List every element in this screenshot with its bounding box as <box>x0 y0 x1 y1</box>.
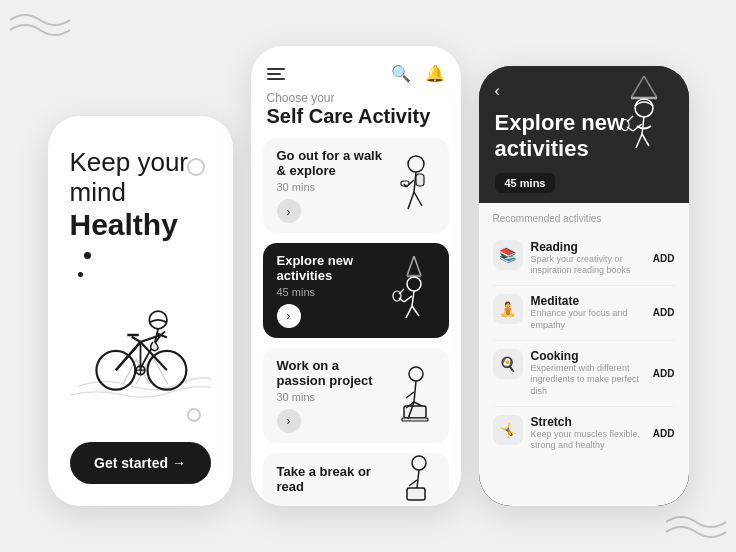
rec-name-stretch: Stretch <box>531 415 645 429</box>
svg-line-51 <box>631 76 644 98</box>
bicycle-illustration <box>70 242 211 442</box>
svg-rect-27 <box>416 174 424 186</box>
search-icon[interactable]: 🔍 <box>391 64 411 83</box>
bike-svg <box>70 262 211 422</box>
recommended-label: Recommended activities <box>493 213 675 224</box>
activity-card-break[interactable]: Take a break or read <box>263 453 449 506</box>
activity-card-walk[interactable]: Go out for a walk & explore 30 mins › <box>263 138 449 233</box>
svg-line-4 <box>115 342 140 370</box>
rec-desc-reading: Spark your creativity or inspiration rea… <box>531 254 645 277</box>
svg-point-47 <box>412 456 426 470</box>
svg-line-23 <box>414 192 422 206</box>
add-cooking-button[interactable]: ADD <box>653 368 675 379</box>
headline-line2: mind <box>70 177 126 207</box>
card-title-break: Take a break or read <box>277 464 383 495</box>
phone3-top: ‹ Explore new activities 45 mins <box>479 66 689 203</box>
activity-cards-list: Go out for a walk & explore 30 mins › <box>251 138 461 506</box>
dot3 <box>187 408 201 422</box>
phone-onboarding: Keep your mind Healthy <box>48 116 233 506</box>
svg-point-39 <box>409 367 423 381</box>
rec-desc-meditate: Enhance your focus and empathy <box>531 308 645 331</box>
rec-name-meditate: Meditate <box>531 294 645 308</box>
phone3-top-illustration <box>609 76 679 170</box>
card-illus-project <box>394 348 439 443</box>
svg-line-46 <box>406 392 414 398</box>
add-reading-button[interactable]: ADD <box>653 253 675 264</box>
card-illus-explore <box>389 243 439 338</box>
meditate-icon: 🧘 <box>493 294 523 324</box>
phones-container: Keep your mind Healthy <box>48 46 689 506</box>
headline-bold: Healthy <box>70 208 178 241</box>
svg-line-29 <box>414 256 421 276</box>
card-time-walk: 30 mins <box>277 181 383 193</box>
phone2-title-section: Choose your Self Care Activity <box>251 91 461 138</box>
card-arrow-project[interactable]: › <box>277 409 301 433</box>
rec-item-meditate: 🧘 Meditate Enhance your focus and empath… <box>493 286 675 340</box>
svg-line-56 <box>636 134 642 148</box>
dot2 <box>78 272 83 277</box>
svg-line-48 <box>417 470 419 488</box>
activity-card-project[interactable]: Work on a passion project 30 mins › <box>263 348 449 443</box>
svg-line-35 <box>404 296 412 302</box>
headline-line1: Keep your <box>70 147 189 177</box>
activity-card-explore[interactable]: Explore new activities 45 mins › <box>263 243 449 338</box>
stretch-icon: 🤸 <box>493 415 523 445</box>
rec-item-stretch: 🤸 Stretch Keep your muscles flexible, st… <box>493 407 675 460</box>
svg-line-32 <box>412 291 414 306</box>
card-title-walk: Go out for a walk & explore <box>277 148 383 179</box>
add-meditate-button[interactable]: ADD <box>653 307 675 318</box>
bell-icon[interactable]: 🔔 <box>425 64 445 83</box>
rec-name-reading: Reading <box>531 240 645 254</box>
cta-label: Get started → <box>94 455 186 471</box>
rec-desc-cooking: Experiment with different ingredients to… <box>531 363 645 398</box>
rec-item-cooking: 🍳 Cooking Experiment with different ingr… <box>493 341 675 407</box>
wave-top-left-decoration <box>10 10 70 40</box>
reading-icon: 📚 <box>493 240 523 270</box>
phone-self-care: 🔍 🔔 Choose your Self Care Activity Go ou… <box>251 46 461 506</box>
svg-line-50 <box>409 480 417 486</box>
rec-text-cooking: Cooking Experiment with different ingred… <box>531 349 645 398</box>
get-started-button[interactable]: Get started → <box>70 442 211 484</box>
svg-point-31 <box>407 277 421 291</box>
dot1 <box>84 252 91 259</box>
rec-text-reading: Reading Spark your creativity or inspira… <box>531 240 645 277</box>
phone2-header-icons: 🔍 🔔 <box>391 64 445 83</box>
rec-text-stretch: Stretch Keep your muscles flexible, stro… <box>531 415 645 452</box>
card-illus-break <box>399 453 439 506</box>
svg-line-28 <box>407 256 414 276</box>
cooking-icon: 🍳 <box>493 349 523 379</box>
svg-line-34 <box>412 306 419 316</box>
svg-rect-42 <box>402 418 428 421</box>
phone3-recommended-section: Recommended activities 📚 Reading Spark y… <box>479 203 689 506</box>
wave-bottom-right-decoration <box>666 512 726 542</box>
card-title-explore: Explore new activities <box>277 253 383 284</box>
rec-text-meditate: Meditate Enhance your focus and empathy <box>531 294 645 331</box>
phone2-header: 🔍 🔔 <box>251 46 461 91</box>
rec-item-reading: 📚 Reading Spark your creativity or inspi… <box>493 232 675 286</box>
svg-line-33 <box>406 306 412 318</box>
svg-line-55 <box>642 117 644 134</box>
decorative-circle <box>187 158 205 176</box>
card-title-project: Work on a passion project <box>277 358 383 389</box>
card-time-project: 30 mins <box>277 391 383 403</box>
phone2-title: Self Care Activity <box>267 105 445 128</box>
svg-line-52 <box>644 76 657 98</box>
svg-line-57 <box>642 134 649 146</box>
phone2-subtitle: Choose your <box>267 91 445 105</box>
add-stretch-button[interactable]: ADD <box>653 428 675 439</box>
duration-badge: 45 mins <box>495 173 556 193</box>
svg-rect-49 <box>407 488 425 500</box>
menu-icon[interactable] <box>267 68 285 80</box>
card-time-explore: 45 mins <box>277 286 383 298</box>
svg-line-40 <box>414 381 416 402</box>
svg-point-20 <box>408 156 424 172</box>
rec-desc-stretch: Keep your muscles flexible, strong and h… <box>531 429 645 452</box>
phone-explore: ‹ Explore new activities 45 mins <box>479 66 689 506</box>
svg-line-61 <box>627 116 633 122</box>
svg-point-0 <box>96 351 135 390</box>
card-arrow-walk[interactable]: › <box>277 199 301 223</box>
card-arrow-explore[interactable]: › <box>277 304 301 328</box>
svg-line-9 <box>131 337 140 342</box>
svg-line-22 <box>408 192 414 209</box>
card-illus-walk <box>394 138 439 233</box>
